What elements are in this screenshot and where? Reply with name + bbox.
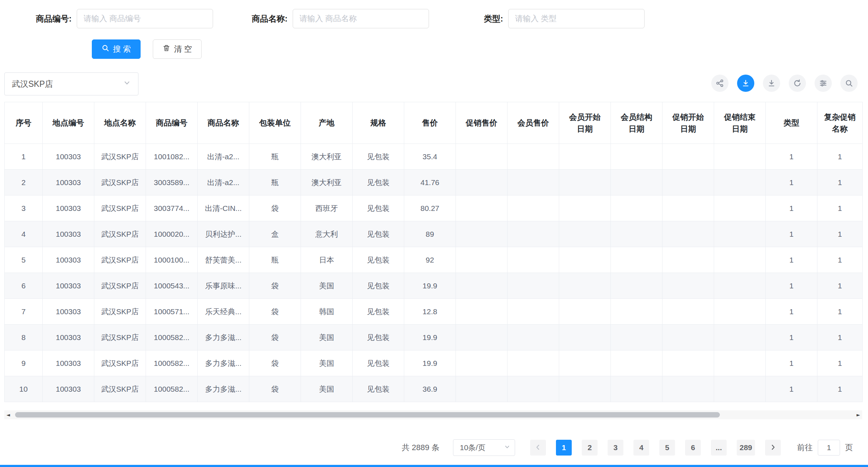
scroll-left-arrow[interactable]: ◄ (4, 410, 12, 419)
table-cell: 1 (817, 376, 863, 402)
search-icon (102, 44, 109, 54)
table-cell: 见包装 (353, 144, 404, 170)
page-button-6[interactable]: 6 (685, 440, 701, 456)
goto-page-input[interactable] (818, 440, 840, 456)
table-cell: 武汉SKP店 (94, 247, 146, 273)
store-select-value: 武汉SKP店 (12, 79, 123, 90)
scrollbar-track[interactable] (12, 410, 854, 419)
table-cell: 19.9 (404, 273, 456, 299)
clear-button[interactable]: 清 空 (153, 39, 202, 59)
filter-button[interactable] (815, 75, 832, 92)
store-select[interactable]: 武汉SKP店 (4, 72, 138, 95)
scroll-right-arrow[interactable]: ► (854, 410, 862, 419)
table-cell: 澳大利亚 (301, 170, 353, 195)
table-row[interactable]: 9100303武汉SKP店1000582...多力多滋...袋美国见包装19.9… (5, 350, 863, 376)
page-button-3[interactable]: 3 (608, 440, 623, 456)
pager-controls: 123456...289 (530, 439, 781, 456)
table-cell (714, 376, 766, 402)
table-cell (508, 170, 559, 195)
table-cell: 1 (817, 221, 863, 247)
column-header: 商品名称 (198, 102, 249, 144)
trash-icon (162, 44, 170, 54)
share-icon (716, 79, 724, 88)
table-cell: 见包装 (353, 247, 404, 273)
table-row[interactable]: 7100303武汉SKP店1000571...乐天经典...袋韩国见包装12.8… (5, 299, 863, 325)
table-cell: 武汉SKP店 (94, 144, 146, 170)
table-row[interactable]: 8100303武汉SKP店1000582...多力多滋...袋美国见包装19.9… (5, 325, 863, 350)
table-row[interactable]: 10100303武汉SKP店1000582...多力多滋...袋美国见包装36.… (5, 376, 863, 402)
column-header: 复杂促销 名称 (817, 102, 863, 144)
page-size-select[interactable]: 10条/页 (453, 439, 515, 456)
scrollbar-thumb[interactable] (15, 412, 720, 418)
table-cell: 多力多滋... (198, 376, 249, 402)
table-cell (456, 247, 508, 273)
table-cell: 3 (5, 195, 43, 221)
pager-ellipsis[interactable]: ... (711, 440, 727, 456)
table-cell: 见包装 (353, 221, 404, 247)
table-cell: 武汉SKP店 (94, 299, 146, 325)
table-cell: 1 (766, 273, 817, 299)
table-cell (662, 195, 714, 221)
refresh-button[interactable] (789, 75, 806, 92)
table-cell (662, 350, 714, 376)
share-button[interactable] (711, 75, 728, 92)
table-cell: 见包装 (353, 273, 404, 299)
table-cell: 美国 (301, 325, 353, 350)
table-cell: 1000100... (146, 247, 198, 273)
prev-page-button[interactable] (530, 440, 546, 456)
table-cell: 1 (766, 170, 817, 195)
type-input[interactable] (508, 9, 645, 28)
table-cell (611, 325, 662, 350)
table-cell: 6 (5, 273, 43, 299)
product-code-input[interactable] (77, 9, 213, 28)
table-row[interactable]: 3100303武汉SKP店3003774...出清-CIN...袋西班牙见包装8… (5, 195, 863, 221)
table-row[interactable]: 5100303武汉SKP店1000100...舒芙蕾美...瓶日本见包装9211 (5, 247, 863, 273)
table-row[interactable]: 2100303武汉SKP店3003589...出清-a2...瓶澳大利亚见包装4… (5, 170, 863, 195)
table-cell (611, 170, 662, 195)
table-cell: 1000582... (146, 376, 198, 402)
type-field-group: 类型: (484, 9, 645, 28)
table-cell (611, 195, 662, 221)
page-size-value: 10条/页 (460, 443, 504, 453)
page-button-289[interactable]: 289 (737, 440, 755, 456)
table-cell (714, 273, 766, 299)
page-button-2[interactable]: 2 (582, 440, 598, 456)
table-row[interactable]: 4100303武汉SKP店1000020...贝利达护...盒意大利见包装891… (5, 221, 863, 247)
product-name-input[interactable] (293, 9, 429, 28)
column-header: 促销售价 (456, 102, 508, 144)
table-cell: 出清-CIN... (198, 195, 249, 221)
table-cell: 100303 (43, 350, 94, 376)
table-cell: 1000543... (146, 273, 198, 299)
table-cell (714, 144, 766, 170)
table-cell (662, 325, 714, 350)
form-actions: 搜 索 清 空 (92, 39, 202, 59)
table-cell: 1 (817, 299, 863, 325)
table-cell: 意大利 (301, 221, 353, 247)
table-cell: 1000582... (146, 325, 198, 350)
table-cell (611, 221, 662, 247)
download-primary-button[interactable] (737, 75, 754, 92)
page-button-5[interactable]: 5 (659, 440, 675, 456)
next-page-button[interactable] (765, 440, 781, 456)
table-cell: 1 (766, 195, 817, 221)
table-cell (714, 170, 766, 195)
chevron-right-icon (769, 444, 777, 452)
page-button-1[interactable]: 1 (556, 440, 572, 456)
zoom-button[interactable] (840, 75, 858, 92)
table-cell: 袋 (249, 350, 301, 376)
table-cell (714, 247, 766, 273)
table-cell (662, 273, 714, 299)
table-cell (714, 195, 766, 221)
table-cell (611, 376, 662, 402)
table-row[interactable]: 1100303武汉SKP店1001082...出清-a2...瓶澳大利亚见包装3… (5, 144, 863, 170)
column-header: 促销开始 日期 (662, 102, 714, 144)
table-cell: 35.4 (404, 144, 456, 170)
page-button-4[interactable]: 4 (633, 440, 649, 456)
table-cell: 100303 (43, 170, 94, 195)
table-cell: 武汉SKP店 (94, 350, 146, 376)
download-button[interactable] (763, 75, 780, 92)
table-cell (508, 195, 559, 221)
table-row[interactable]: 6100303武汉SKP店1000543...乐事原味...袋美国见包装19.9… (5, 273, 863, 299)
search-button[interactable]: 搜 索 (92, 39, 141, 59)
table-cell: 袋 (249, 376, 301, 402)
